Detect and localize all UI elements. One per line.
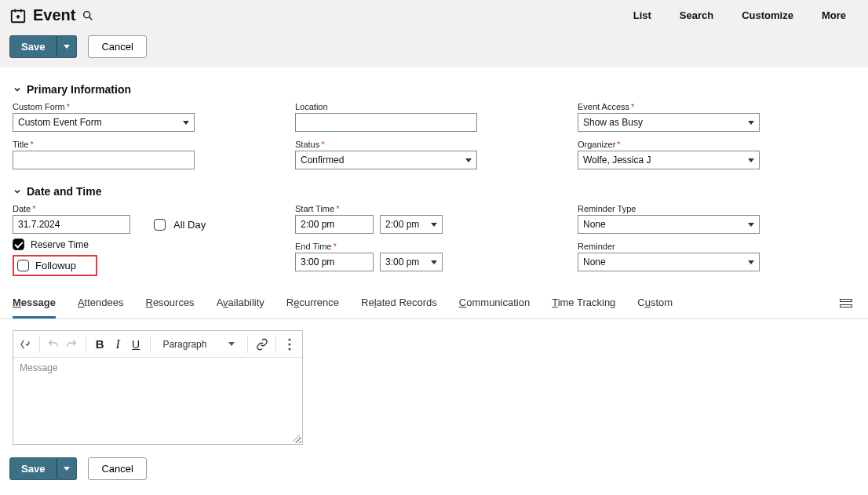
svg-point-2 bbox=[289, 338, 291, 340]
organizer-label: Organizer bbox=[578, 140, 615, 149]
chevron-down-icon bbox=[431, 260, 437, 264]
save-split-button: Save bbox=[9, 35, 77, 58]
field-status: Status* Confirmed bbox=[295, 140, 578, 169]
required-marker: * bbox=[336, 204, 339, 213]
tab-attendees[interactable]: Attendees bbox=[78, 287, 124, 318]
top-nav: List Search Customize More bbox=[633, 9, 859, 21]
tab-message[interactable]: Message bbox=[13, 287, 56, 318]
location-label: Location bbox=[295, 102, 578, 111]
required-marker: * bbox=[32, 204, 35, 213]
chevron-down-icon bbox=[748, 121, 754, 125]
cancel-button[interactable]: Cancel bbox=[88, 35, 146, 58]
field-end-time: End Time* 3:00 pm bbox=[295, 242, 578, 271]
end-time-select[interactable]: 3:00 pm bbox=[380, 253, 443, 271]
svg-point-1 bbox=[84, 11, 90, 17]
nav-more[interactable]: More bbox=[822, 9, 846, 21]
start-time-select[interactable]: 2:00 pm bbox=[380, 215, 443, 234]
tab-related-records[interactable]: Related Records bbox=[361, 287, 437, 318]
save-button-bottom[interactable]: Save bbox=[9, 457, 57, 480]
underline-button[interactable]: U bbox=[129, 334, 144, 355]
reminder-select[interactable]: None bbox=[578, 253, 760, 271]
custom-form-select[interactable]: Custom Event Form bbox=[13, 113, 195, 132]
search-icon[interactable] bbox=[82, 9, 94, 22]
redo-icon[interactable] bbox=[64, 334, 79, 355]
svg-point-4 bbox=[289, 348, 291, 350]
required-marker: * bbox=[617, 140, 620, 149]
save-dropdown-button-bottom[interactable] bbox=[57, 457, 77, 480]
tab-recurrence[interactable]: Recurrence bbox=[286, 287, 339, 318]
reserve-time-checkbox[interactable] bbox=[13, 238, 24, 250]
tab-custom[interactable]: Custom bbox=[637, 287, 673, 318]
section-primary-header[interactable]: Primary Information bbox=[13, 83, 855, 96]
tab-availability[interactable]: Availability bbox=[217, 287, 264, 318]
datetime-col3: Reminder Type None Reminder None bbox=[578, 204, 855, 279]
status-select[interactable]: Confirmed bbox=[295, 151, 477, 169]
section-datetime-header[interactable]: Date and Time bbox=[13, 185, 855, 198]
organizer-select[interactable]: Wolfe, Jessica J bbox=[578, 151, 760, 169]
field-title: Title* bbox=[13, 140, 295, 169]
date-label: Date bbox=[13, 204, 31, 213]
link-icon[interactable] bbox=[254, 334, 269, 355]
event-access-label: Event Access bbox=[578, 102, 629, 111]
source-icon[interactable] bbox=[18, 334, 33, 355]
titlebar: Event List Search Customize More bbox=[9, 6, 859, 24]
nav-customize[interactable]: Customize bbox=[742, 9, 793, 21]
editor-wrap: B I U Paragraph Message bbox=[0, 319, 868, 457]
followup-label: Followup bbox=[35, 260, 76, 271]
required-marker: * bbox=[333, 242, 336, 251]
tab-resources[interactable]: Resources bbox=[145, 287, 194, 318]
followup-checkbox[interactable] bbox=[17, 260, 29, 271]
tab-time-tracking[interactable]: Time Tracking bbox=[552, 287, 615, 318]
toolbar-separator bbox=[275, 336, 276, 353]
bold-button[interactable]: B bbox=[93, 334, 108, 355]
primary-col1: Custom Form* Custom Event Form Title* bbox=[13, 102, 295, 177]
event-access-select[interactable]: Show as Busy bbox=[578, 113, 760, 132]
title-input[interactable] bbox=[13, 151, 195, 169]
nav-search[interactable]: Search bbox=[680, 9, 713, 21]
allday-checkbox[interactable] bbox=[154, 219, 166, 231]
save-button[interactable]: Save bbox=[9, 35, 57, 58]
italic-button[interactable]: I bbox=[111, 334, 126, 355]
more-icon[interactable] bbox=[283, 334, 297, 355]
datetime-col1: Date* All Day Reserve Time Followup bbox=[13, 204, 295, 279]
chevron-down-icon bbox=[228, 342, 235, 346]
form-area: Primary Information Custom Form* Custom … bbox=[0, 67, 868, 284]
field-custom-form: Custom Form* Custom Event Form bbox=[13, 102, 295, 132]
chevron-down-icon bbox=[431, 223, 437, 227]
reserve-time-label: Reserve Time bbox=[31, 239, 89, 250]
required-marker: * bbox=[67, 102, 70, 111]
required-marker: * bbox=[321, 140, 324, 149]
undo-icon[interactable] bbox=[46, 334, 61, 355]
date-input[interactable] bbox=[13, 215, 130, 234]
allday-row: All Day bbox=[154, 219, 206, 231]
message-placeholder: Message bbox=[20, 362, 58, 373]
save-dropdown-button[interactable] bbox=[57, 35, 77, 58]
message-textarea[interactable]: Message bbox=[13, 358, 302, 444]
chevron-down-icon bbox=[748, 223, 754, 227]
nav-list[interactable]: List bbox=[633, 9, 651, 21]
paragraph-select[interactable]: Paragraph bbox=[156, 339, 241, 350]
tab-communication[interactable]: Communication bbox=[459, 287, 530, 318]
field-organizer: Organizer* Wolfe, Jessica J bbox=[578, 140, 855, 169]
field-reminder-type: Reminder Type None bbox=[578, 204, 855, 234]
action-row-top: Save Cancel bbox=[9, 35, 859, 58]
toolbar-separator bbox=[150, 336, 151, 353]
primary-col3: Event Access* Show as Busy Organizer* Wo… bbox=[578, 102, 855, 177]
chevron-down-icon bbox=[64, 45, 70, 49]
reminder-type-select[interactable]: None bbox=[578, 215, 760, 234]
location-input[interactable] bbox=[295, 113, 477, 132]
chevron-down-icon bbox=[64, 467, 70, 471]
view-toggle-icon[interactable] bbox=[837, 296, 855, 311]
action-row-bottom: Save Cancel bbox=[0, 457, 868, 495]
start-time-input[interactable] bbox=[295, 215, 374, 234]
svg-point-3 bbox=[289, 343, 291, 345]
followup-highlight: Followup bbox=[13, 255, 97, 276]
section-datetime-title: Date and Time bbox=[27, 185, 101, 198]
rich-text-editor: B I U Paragraph Message bbox=[13, 330, 303, 445]
cancel-button-bottom[interactable]: Cancel bbox=[88, 457, 146, 480]
field-event-access: Event Access* Show as Busy bbox=[578, 102, 855, 132]
end-time-input[interactable] bbox=[295, 253, 374, 271]
datetime-columns: Date* All Day Reserve Time Followup bbox=[13, 204, 855, 279]
reserve-time-row: Reserve Time bbox=[13, 238, 295, 250]
primary-columns: Custom Form* Custom Event Form Title* Lo… bbox=[13, 102, 855, 177]
